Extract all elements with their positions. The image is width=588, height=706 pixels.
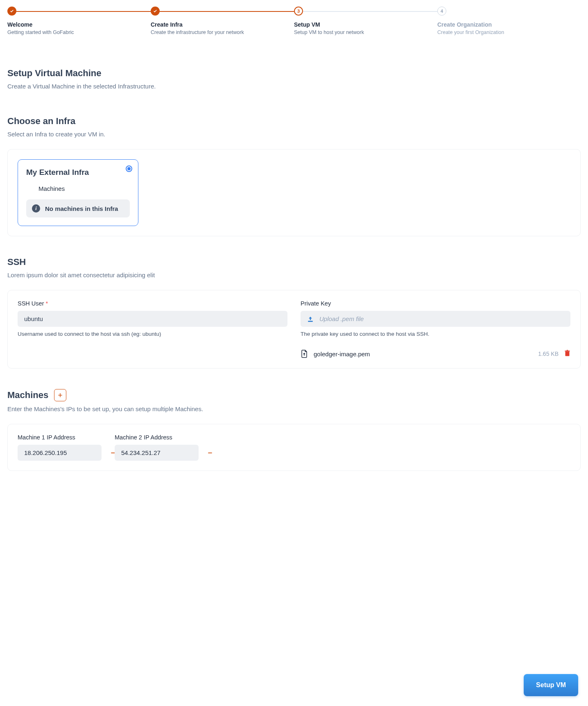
machine-field: Machine 1 IP Address <box>18 434 102 461</box>
ssh-user-input[interactable] <box>18 311 287 327</box>
no-machines-text: No machines in this Infra <box>45 205 118 212</box>
infra-card[interactable]: My External Infra Machines i No machines… <box>18 159 138 226</box>
infra-machines-label: Machines <box>38 185 130 192</box>
machine-ip-input[interactable] <box>18 445 109 461</box>
pem-file-size: 1.65 KB <box>538 351 559 357</box>
step-circle-active: 3 <box>294 7 303 16</box>
step-sub: Setup VM to host your network <box>294 29 437 35</box>
upload-pem-input[interactable]: Upload .pem file <box>301 311 570 327</box>
check-icon <box>10 9 14 13</box>
upload-placeholder: Upload .pem file <box>319 315 364 322</box>
ssh-panel: SSH User * Username used to connect to t… <box>7 290 581 369</box>
minus-icon <box>207 450 213 456</box>
add-machine-button[interactable] <box>54 389 66 401</box>
step-welcome[interactable]: Welcome Getting started with GoFabric <box>7 7 151 35</box>
machines-title: Machines <box>7 390 48 401</box>
delete-file-button[interactable] <box>564 350 570 358</box>
private-key-field: Private Key Upload .pem file The private… <box>301 300 570 358</box>
step-circle-done <box>7 7 16 16</box>
pem-file-row: goledger-image.pem 1.65 KB <box>301 349 570 358</box>
step-line <box>160 11 294 12</box>
no-machines-banner: i No machines in this Infra <box>26 199 130 217</box>
step-title: Create Infra <box>151 21 294 28</box>
pem-file-name: goledger-image.pem <box>314 351 532 358</box>
upload-icon <box>307 316 314 322</box>
step-setup-vm[interactable]: 3 Setup VM Setup VM to host your network <box>294 7 437 35</box>
infra-panel: My External Infra Machines i No machines… <box>7 149 581 236</box>
private-key-hint: The private key used to connect to the h… <box>301 331 570 337</box>
step-sub: Getting started with GoFabric <box>7 29 151 35</box>
choose-infra-title: Choose an Infra <box>7 116 581 127</box>
machine-ip-input[interactable] <box>115 445 206 461</box>
ssh-user-field: SSH User * Username used to connect to t… <box>18 300 287 358</box>
step-circle-pending: 4 <box>437 7 446 16</box>
step-line <box>303 11 437 12</box>
page-subtitle: Create a Virtual Machine in the selected… <box>7 83 581 90</box>
radio-selected-icon[interactable] <box>126 165 132 172</box>
machines-sub: Enter the Machines's IPs to be set up, y… <box>7 405 581 412</box>
choose-infra-sub: Select an Infra to create your VM in. <box>7 131 581 138</box>
ssh-sub: Lorem ipsum dolor sit amet consectetur a… <box>7 272 581 278</box>
ssh-user-hint: Username used to connect to the host via… <box>18 331 287 337</box>
plus-icon <box>57 392 63 398</box>
step-title: Create Organization <box>437 21 581 28</box>
machine-field: Machine 2 IP Address <box>115 434 199 461</box>
step-create-org: 4 Create Organization Create your first … <box>437 7 581 35</box>
machine-label: Machine 1 IP Address <box>18 434 102 441</box>
svg-rect-0 <box>308 321 312 322</box>
svg-rect-2 <box>565 351 570 351</box>
private-key-label: Private Key <box>301 300 570 307</box>
step-create-infra[interactable]: Create Infra Create the infrastructure f… <box>151 7 294 35</box>
step-sub: Create your first Organization <box>437 29 581 35</box>
step-title: Welcome <box>7 21 151 28</box>
remove-machine-button[interactable] <box>206 448 215 457</box>
infra-name: My External Infra <box>26 168 130 177</box>
step-title: Setup VM <box>294 21 437 28</box>
check-icon <box>153 9 157 13</box>
info-icon: i <box>32 204 40 213</box>
required-icon: * <box>46 300 48 307</box>
trash-icon <box>564 350 570 357</box>
svg-rect-3 <box>567 350 568 351</box>
machines-panel: Machine 1 IP Address Machine 2 IP Addres… <box>7 424 581 471</box>
step-sub: Create the infrastructure for your netwo… <box>151 29 294 35</box>
ssh-title: SSH <box>7 257 581 267</box>
step-circle-done <box>151 7 160 16</box>
page-title: Setup Virtual Machine <box>7 68 581 79</box>
svg-rect-1 <box>565 351 570 356</box>
machine-label: Machine 2 IP Address <box>115 434 199 441</box>
ssh-user-label: SSH User * <box>18 300 287 307</box>
file-arrow-icon <box>301 349 308 358</box>
step-line <box>16 11 151 12</box>
stepper: Welcome Getting started with GoFabric Cr… <box>7 7 581 35</box>
